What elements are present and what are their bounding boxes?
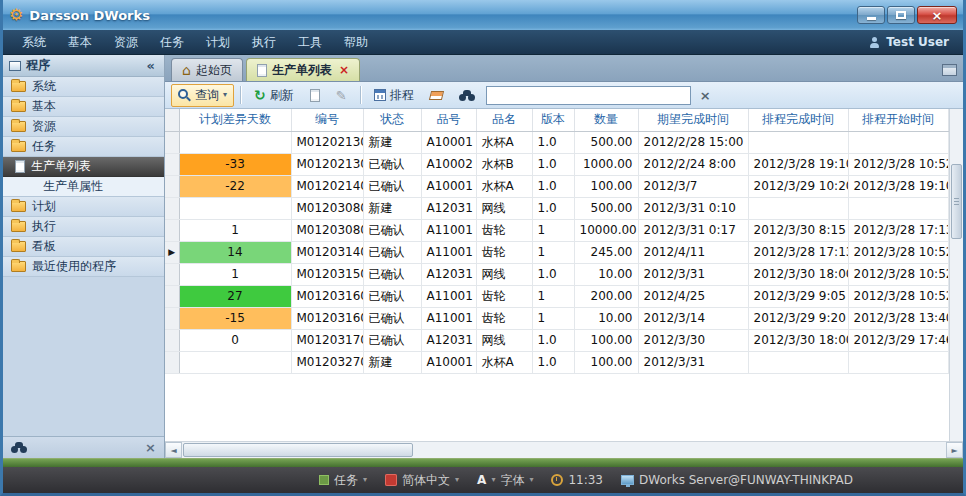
table-row[interactable]: 27M012031601已确认A11001齿轮1200.002012/4/252…: [165, 285, 948, 307]
status-strip: [3, 458, 963, 467]
edit-button[interactable]: ✎: [329, 86, 354, 105]
column-header[interactable]: 状态: [363, 109, 421, 131]
toolbar-separator: [240, 86, 241, 104]
sidebar-item[interactable]: 最近使用的程序: [3, 257, 164, 277]
collapse-sidebar-button[interactable]: «: [144, 59, 158, 72]
menu-item[interactable]: 工具: [287, 30, 333, 55]
column-header[interactable]: 排程开始时间: [848, 109, 948, 131]
scroll-right-arrow[interactable]: ►: [946, 442, 963, 458]
data-grid: 计划差异天数编号状态品号品名版本数量期望完成时间排程完成时间排程开始时间 M01…: [165, 109, 963, 441]
menu-item[interactable]: 执行: [241, 30, 287, 55]
cell: 2012/2/28 15:00: [638, 131, 748, 153]
menu-item[interactable]: 帮助: [333, 30, 379, 55]
maximize-button[interactable]: [887, 6, 915, 24]
cell: 100.00: [574, 175, 638, 197]
tab[interactable]: 生产单列表×: [246, 58, 360, 81]
horizontal-scrollbar[interactable]: ◄ ►: [165, 441, 963, 458]
sidebar-item[interactable]: 基本: [3, 97, 164, 117]
tab[interactable]: ⌂起始页: [171, 58, 243, 81]
cell: [748, 131, 848, 153]
find-icon[interactable]: [11, 442, 27, 453]
horizontal-scroll-track[interactable]: [182, 442, 946, 458]
clear-find-icon[interactable]: ×: [145, 441, 156, 454]
menu-item[interactable]: 任务: [149, 30, 195, 55]
menu-item[interactable]: 计划: [195, 30, 241, 55]
table-row[interactable]: M012032701新建A10001水杯A1.0100.002012/3/31: [165, 351, 948, 373]
refresh-button[interactable]: ↻ 刷新: [247, 84, 301, 107]
table-row[interactable]: ▶14M012031402已确认A11001齿轮1245.002012/4/11…: [165, 241, 948, 263]
cell: 500.00: [574, 131, 638, 153]
cell: 2012/3/28 17:13: [848, 219, 948, 241]
cell: 1.0: [532, 263, 574, 285]
menu-item[interactable]: 基本: [57, 30, 103, 55]
vertical-scrollbar[interactable]: [949, 109, 963, 441]
row-indicator: [165, 197, 179, 219]
cell: 2012/3/28 17:13: [748, 241, 848, 263]
cell: 水杯A: [476, 131, 532, 153]
window-list-icon[interactable]: [942, 64, 957, 76]
eraser-icon: [429, 91, 444, 100]
server-status[interactable]: DWorks Server@FUNWAY-THINKPAD: [621, 473, 853, 487]
column-header[interactable]: 品名: [476, 109, 532, 131]
column-header[interactable]: 编号: [291, 109, 363, 131]
cell: 2012/4/25: [638, 285, 748, 307]
close-tab-icon[interactable]: ×: [339, 64, 349, 76]
column-header[interactable]: 版本: [532, 109, 574, 131]
sidebar-item[interactable]: 计划: [3, 197, 164, 217]
sidebar-item[interactable]: 任务: [3, 137, 164, 157]
close-button[interactable]: ×: [917, 6, 957, 24]
tasks-menu[interactable]: 任务 ▾: [319, 472, 367, 489]
calendar-icon: [374, 89, 386, 101]
font-menu[interactable]: A ▾ 字体 ▾: [477, 472, 533, 489]
search-input[interactable]: [486, 86, 691, 105]
sidebar-item[interactable]: 资源: [3, 117, 164, 137]
table-row[interactable]: -33M012021302已确认A10002水杯B1.01000.002012/…: [165, 153, 948, 175]
new-button[interactable]: [303, 86, 327, 105]
schedule-button[interactable]: 排程: [367, 84, 421, 107]
menu-item[interactable]: 系统: [11, 30, 57, 55]
close-icon: ×: [932, 9, 943, 22]
language-menu[interactable]: 简体中文 ▾: [385, 472, 459, 489]
menu-items: 系统基本资源任务计划执行工具帮助: [11, 30, 379, 55]
sidebar-item-label: 最近使用的程序: [32, 258, 116, 275]
sidebar-item[interactable]: 系统: [3, 77, 164, 97]
sidebar-item[interactable]: 生产单属性: [3, 177, 164, 197]
vertical-scrollbar-thumb[interactable]: [951, 164, 962, 239]
column-header[interactable]: 数量: [574, 109, 638, 131]
cell: 2012/3/29 9:05: [748, 285, 848, 307]
sidebar-list: 系统基本资源任务生产单列表生产单属性计划执行看板最近使用的程序: [3, 77, 164, 436]
table-row[interactable]: 0M012031701已确认A12031网线1.0100.002012/3/30…: [165, 329, 948, 351]
cell: [179, 197, 291, 219]
cell: 100.00: [574, 351, 638, 373]
horizontal-scrollbar-thumb[interactable]: [183, 443, 413, 457]
titlebar[interactable]: ⚙ Darsson DWorks ×: [3, 0, 963, 30]
find-button[interactable]: [452, 87, 482, 104]
table-row[interactable]: 1M012030802已确认A11001齿轮110000.002012/3/31…: [165, 219, 948, 241]
query-button[interactable]: 查询 ▾: [171, 84, 234, 107]
clear-search-button[interactable]: ×: [693, 86, 718, 105]
table-row[interactable]: M012021301新建A10001水杯A1.0500.002012/2/28 …: [165, 131, 948, 153]
cell: 已确认: [363, 175, 421, 197]
chevron-down-icon: ▾: [363, 476, 367, 484]
clear-search-icon: ×: [700, 89, 711, 102]
menu-item[interactable]: 资源: [103, 30, 149, 55]
sidebar-item[interactable]: 执行: [3, 217, 164, 237]
minimize-button[interactable]: [857, 6, 885, 24]
clear-schedule-button[interactable]: [423, 88, 450, 103]
column-header[interactable]: 计划差异天数: [179, 109, 291, 131]
sidebar-item[interactable]: 生产单列表: [3, 157, 164, 177]
table-row[interactable]: -22M012021401已确认A10001水杯A1.0100.002012/3…: [165, 175, 948, 197]
cell: 已确认: [363, 329, 421, 351]
sidebar-item[interactable]: 看板: [3, 237, 164, 257]
cell: 2012/3/30 8:15: [748, 219, 848, 241]
scroll-left-arrow[interactable]: ◄: [165, 442, 182, 458]
server-icon: [621, 475, 634, 485]
column-header[interactable]: 品号: [421, 109, 476, 131]
table-row[interactable]: 1M012031501已确认A12031网线1.010.002012/3/312…: [165, 263, 948, 285]
table-row[interactable]: -15M012031602已确认A11001齿轮110.002012/3/142…: [165, 307, 948, 329]
table-row[interactable]: M012030801新建A12031网线1.0500.002012/3/31 0…: [165, 197, 948, 219]
column-header[interactable]: 排程完成时间: [748, 109, 848, 131]
user-area[interactable]: Test User: [869, 35, 955, 49]
column-header[interactable]: 期望完成时间: [638, 109, 748, 131]
clock: 11:33: [551, 473, 603, 487]
